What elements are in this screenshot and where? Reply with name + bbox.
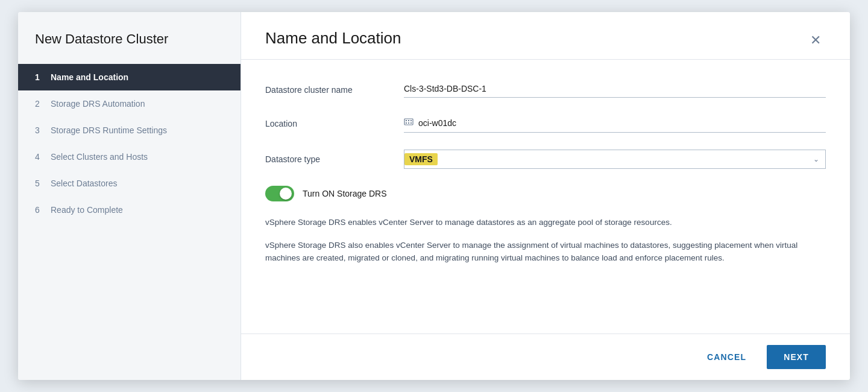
cancel-button[interactable]: CANCEL (696, 346, 757, 368)
step-6-label: Ready to Complete (51, 205, 123, 215)
step-4-label: Select Clusters and Hosts (51, 152, 148, 162)
storage-drs-toggle[interactable] (265, 186, 294, 201)
datastore-type-label: Datastore type (265, 154, 404, 164)
description-1: vSphere Storage DRS enables vCenter Serv… (265, 216, 826, 229)
close-button[interactable]: ✕ (805, 31, 826, 49)
toggle-thumb (280, 188, 292, 200)
wizard-step-5[interactable]: 5 Select Datastores (18, 170, 241, 197)
new-datastore-cluster-dialog: New Datastore Cluster 1 Name and Locatio… (18, 12, 850, 380)
datastore-type-row: Datastore type VMFS ⌄ (265, 150, 826, 169)
step-1-label: Name and Location (51, 72, 128, 82)
svg-rect-0 (404, 119, 413, 125)
sidebar-title: New Datastore Cluster (18, 12, 241, 64)
step-3-num: 3 (35, 125, 45, 135)
location-text: oci-w01dc (418, 118, 456, 128)
form-area: Datastore cluster name Location (241, 60, 850, 334)
datastore-type-control: VMFS ⌄ (404, 150, 826, 169)
step-2-label: Storage DRS Automation (51, 99, 145, 109)
datastore-cluster-name-input[interactable] (404, 81, 826, 98)
svg-rect-6 (410, 122, 412, 124)
dialog-footer: CANCEL NEXT (241, 334, 850, 380)
main-header: Name and Location ✕ (241, 12, 850, 60)
location-control: oci-w01dc (404, 115, 826, 133)
step-3-label: Storage DRS Runtime Settings (51, 125, 167, 135)
storage-drs-toggle-row: Turn ON Storage DRS (265, 186, 826, 201)
datastore-name-control (404, 81, 826, 98)
wizard-step-4[interactable]: 4 Select Clusters and Hosts (18, 144, 241, 170)
location-label: Location (265, 119, 404, 128)
location-value[interactable]: oci-w01dc (404, 115, 826, 133)
next-button[interactable]: NEXT (767, 345, 826, 369)
step-6-num: 6 (35, 205, 45, 215)
datastore-name-row: Datastore cluster name (265, 81, 826, 98)
step-5-num: 5 (35, 179, 45, 188)
storage-drs-toggle-label: Turn ON Storage DRS (303, 189, 387, 198)
step-2-num: 2 (35, 99, 45, 109)
wizard-step-1[interactable]: 1 Name and Location (18, 64, 241, 90)
description-2: vSphere Storage DRS also enables vCenter… (265, 239, 826, 265)
vmfs-option: VMFS (404, 153, 438, 165)
step-1-num: 1 (35, 72, 45, 82)
svg-rect-5 (408, 122, 409, 124)
main-title: Name and Location (265, 29, 401, 48)
wizard-step-6[interactable]: 6 Ready to Complete (18, 197, 241, 223)
datastore-type-select-wrapper: VMFS ⌄ (404, 150, 826, 169)
wizard-steps: 1 Name and Location 2 Storage DRS Automa… (18, 64, 241, 223)
datacenter-icon (404, 117, 414, 128)
main-panel: Name and Location ✕ Datastore cluster na… (241, 12, 850, 380)
wizard-sidebar: New Datastore Cluster 1 Name and Locatio… (18, 12, 241, 380)
datastore-name-label: Datastore cluster name (265, 85, 404, 95)
location-row: Location (265, 115, 826, 133)
svg-rect-3 (410, 120, 412, 121)
wizard-step-2[interactable]: 2 Storage DRS Automation (18, 90, 241, 117)
svg-rect-2 (408, 120, 409, 121)
datastore-type-select[interactable]: VMFS ⌄ (404, 150, 826, 169)
wizard-step-3[interactable]: 3 Storage DRS Runtime Settings (18, 117, 241, 144)
chevron-down-icon: ⌄ (813, 155, 819, 163)
svg-rect-1 (406, 120, 407, 121)
step-4-num: 4 (35, 152, 45, 162)
svg-rect-4 (406, 122, 407, 124)
step-5-label: Select Datastores (51, 179, 118, 188)
